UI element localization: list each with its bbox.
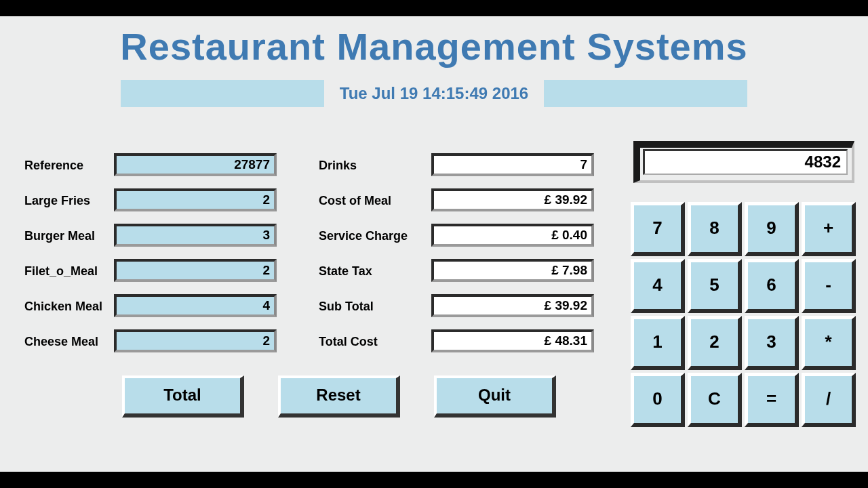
- date-strip-right: [544, 80, 747, 107]
- calculator-display[interactable]: 4832: [643, 149, 848, 175]
- label-state-tax: State Tax: [319, 264, 372, 279]
- label-filet-o-meal: Filet_o_Meal: [24, 264, 98, 279]
- label-service-charge: Service Charge: [319, 229, 408, 243]
- date-bar: Tue Jul 19 14:15:49 2016: [0, 80, 868, 107]
- field-total-cost[interactable]: £ 48.31: [431, 329, 594, 352]
- calc-key-plus[interactable]: +: [802, 202, 856, 256]
- total-button[interactable]: Total: [122, 375, 244, 418]
- calc-key-9[interactable]: 9: [745, 202, 799, 256]
- field-chicken-meal[interactable]: 4: [114, 294, 277, 317]
- calc-key-7[interactable]: 7: [631, 202, 685, 256]
- label-reference: Reference: [24, 159, 83, 173]
- calc-key-4[interactable]: 4: [631, 259, 685, 313]
- calc-key-divide[interactable]: /: [802, 373, 856, 427]
- calc-key-5[interactable]: 5: [688, 259, 742, 313]
- label-cost-of-meal: Cost of Meal: [319, 194, 391, 208]
- field-reference[interactable]: 27877: [114, 153, 277, 176]
- label-large-fries: Large Fries: [24, 194, 90, 208]
- page-title: Restaurant Management Systems: [0, 16, 868, 68]
- label-total-cost: Total Cost: [319, 335, 378, 349]
- date-text: Tue Jul 19 14:15:49 2016: [328, 84, 540, 103]
- date-strip-left: [121, 80, 324, 107]
- label-sub-total: Sub Total: [319, 300, 374, 314]
- reset-button[interactable]: Reset: [278, 375, 400, 418]
- calc-key-8[interactable]: 8: [688, 202, 742, 256]
- quit-button[interactable]: Quit: [434, 375, 556, 418]
- label-burger-meal: Burger Meal: [24, 229, 95, 243]
- calc-key-1[interactable]: 1: [631, 316, 685, 370]
- calc-key-clear[interactable]: C: [688, 373, 742, 427]
- field-large-fries[interactable]: 2: [114, 188, 277, 211]
- field-cost-of-meal[interactable]: £ 39.92: [431, 188, 594, 211]
- field-state-tax[interactable]: £ 7.98: [431, 259, 594, 282]
- app-window: Restaurant Management Systems Tue Jul 19…: [0, 16, 868, 472]
- field-sub-total[interactable]: £ 39.92: [431, 294, 594, 317]
- calc-key-times[interactable]: *: [802, 316, 856, 370]
- calc-key-2[interactable]: 2: [688, 316, 742, 370]
- field-service-charge[interactable]: £ 0.40: [431, 224, 594, 247]
- calc-key-minus[interactable]: -: [802, 259, 856, 313]
- calc-key-0[interactable]: 0: [631, 373, 685, 427]
- label-chicken-meal: Chicken Meal: [24, 300, 102, 314]
- field-drinks[interactable]: 7: [431, 153, 594, 176]
- label-cheese-meal: Cheese Meal: [24, 335, 98, 349]
- field-filet-o-meal[interactable]: 2: [114, 259, 277, 282]
- field-cheese-meal[interactable]: 2: [114, 329, 277, 352]
- calculator-display-frame: 4832: [633, 141, 854, 183]
- calc-key-6[interactable]: 6: [745, 259, 799, 313]
- label-drinks: Drinks: [319, 159, 357, 173]
- calc-key-equals[interactable]: =: [745, 373, 799, 427]
- calc-key-3[interactable]: 3: [745, 316, 799, 370]
- calculator-keypad: 7 8 9 + 4 5 6 - 1 2 3 * 0 C = /: [631, 202, 856, 427]
- field-burger-meal[interactable]: 3: [114, 224, 277, 247]
